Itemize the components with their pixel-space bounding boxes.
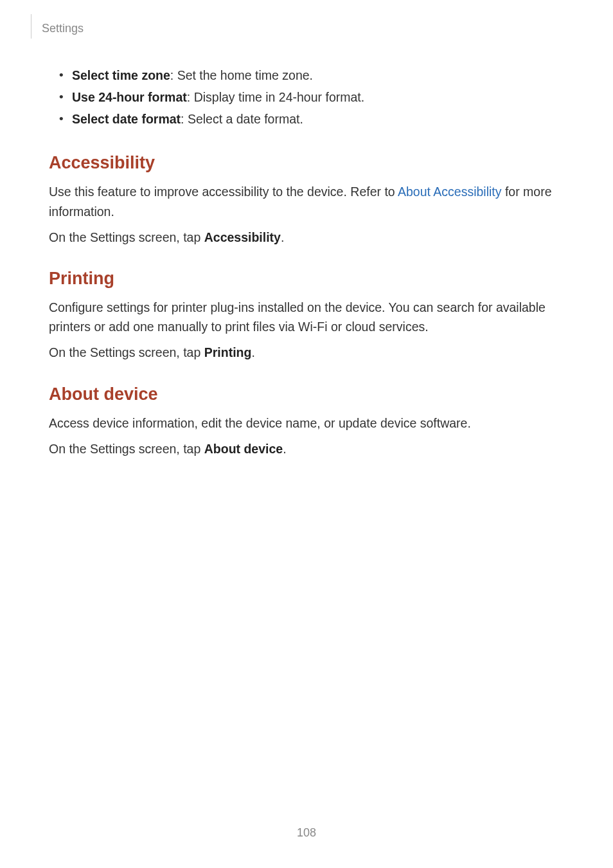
list-item-desc: : Set the home time zone. [170, 68, 313, 82]
list-item-term: Select time zone [72, 68, 170, 82]
body-text: Access device information, edit the devi… [49, 413, 564, 433]
list-item-desc: : Select a date format. [181, 112, 303, 126]
list-item: Use 24-hour format: Display time in 24-h… [60, 86, 564, 108]
header-divider [31, 14, 31, 39]
list-item-term: Select date format [72, 112, 181, 126]
list-item-desc: : Display time in 24-hour format. [187, 90, 364, 104]
section-heading: About device [49, 384, 564, 404]
tap-target: Accessibility [204, 230, 281, 244]
text-pre: On the Settings screen, tap [49, 345, 204, 359]
body-text: On the Settings screen, tap About device… [49, 439, 564, 458]
tap-target: About device [204, 442, 283, 456]
list-item: Select time zone: Set the home time zone… [60, 64, 564, 86]
text-pre: On the Settings screen, tap [49, 442, 204, 456]
text-pre: On the Settings screen, tap [49, 230, 204, 244]
section-accessibility: Accessibility Use this feature to improv… [49, 153, 564, 247]
breadcrumb: Settings [42, 22, 84, 35]
page-number: 108 [0, 826, 613, 840]
body-text: On the Settings screen, tap Printing. [49, 343, 564, 362]
text-post: . [281, 230, 284, 244]
text-pre: Use this feature to improve accessibilit… [49, 185, 398, 199]
tap-target: Printing [204, 345, 252, 359]
section-heading: Accessibility [49, 153, 564, 173]
page-content: Select time zone: Set the home time zone… [0, 51, 613, 458]
body-text: Configure settings for printer plug-ins … [49, 298, 564, 336]
list-item-term: Use 24-hour format [72, 90, 187, 104]
bullet-list: Select time zone: Set the home time zone… [49, 64, 564, 130]
section-printing: Printing Configure settings for printer … [49, 269, 564, 363]
text-post: . [251, 345, 254, 359]
page-header: Settings [0, 0, 613, 51]
list-item: Select date format: Select a date format… [60, 108, 564, 130]
body-text: Use this feature to improve accessibilit… [49, 182, 564, 221]
section-about-device: About device Access device information, … [49, 384, 564, 458]
body-text: On the Settings screen, tap Accessibilit… [49, 228, 564, 247]
link-about-accessibility[interactable]: About Accessibility [398, 185, 502, 199]
section-heading: Printing [49, 269, 564, 289]
text-post: . [283, 442, 286, 456]
